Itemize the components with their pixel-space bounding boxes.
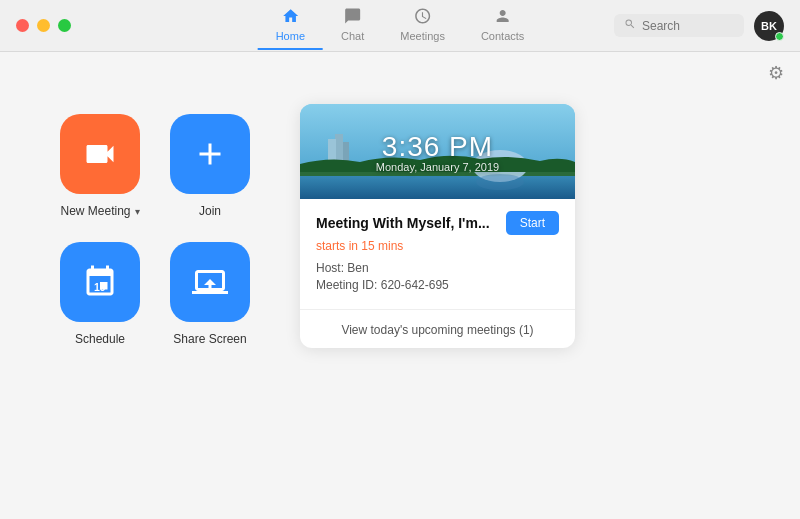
tab-chat[interactable]: Chat [323,1,382,50]
search-input[interactable] [642,19,732,33]
window-controls [16,19,71,32]
search-icon [624,18,636,33]
meeting-info: Meeting With Myself, I'm... Start starts… [300,199,575,309]
settings-area: ⚙ [0,52,800,84]
main-content: New Meeting ▾ Join 19 [0,84,800,368]
join-label: Join [199,204,221,218]
time-display: 3:36 PM Monday, January 7, 2019 [376,131,499,173]
maximize-button[interactable] [58,19,71,32]
share-screen-button[interactable] [170,242,250,322]
tab-home[interactable]: Home [258,1,323,50]
action-grid: New Meeting ▾ Join 19 [60,94,250,346]
avatar-initials: BK [761,20,777,32]
close-button[interactable] [16,19,29,32]
meetings-icon [414,7,432,28]
svg-text:19: 19 [94,281,106,293]
view-meetings-link[interactable]: View today's upcoming meetings (1) [341,323,533,337]
meeting-host: Host: Ben [316,261,559,275]
svg-point-9 [476,174,524,190]
meeting-id: Meeting ID: 620-642-695 [316,278,559,292]
new-meeting-item[interactable]: New Meeting ▾ [60,114,140,218]
meeting-title-row: Meeting With Myself, I'm... Start [316,211,559,235]
meeting-card: 3:36 PM Monday, January 7, 2019 Meeting … [300,104,575,348]
online-indicator [775,32,784,41]
tab-contacts[interactable]: Contacts [463,1,542,50]
share-screen-label: Share Screen [173,332,246,346]
nav-tabs: Home Chat Meetings Cont [258,1,543,50]
share-screen-item[interactable]: Share Screen [170,242,250,346]
search-box[interactable] [614,14,744,37]
tab-home-label: Home [276,30,305,42]
meeting-image: 3:36 PM Monday, January 7, 2019 [300,104,575,199]
tab-meetings[interactable]: Meetings [382,1,463,50]
meeting-title: Meeting With Myself, I'm... [316,215,490,231]
svg-rect-2 [300,172,575,199]
join-button[interactable] [170,114,250,194]
minimize-button[interactable] [37,19,50,32]
tab-chat-label: Chat [341,30,364,42]
clock-time: 3:36 PM [376,131,499,163]
schedule-button[interactable]: 19 [60,242,140,322]
tab-contacts-label: Contacts [481,30,524,42]
avatar[interactable]: BK [754,11,784,41]
tab-meetings-label: Meetings [400,30,445,42]
chat-icon [344,7,362,28]
titlebar: Home Chat Meetings Cont [0,0,800,52]
join-item[interactable]: Join [170,114,250,218]
start-button[interactable]: Start [506,211,559,235]
new-meeting-button[interactable] [60,114,140,194]
schedule-label: Schedule [75,332,125,346]
schedule-item[interactable]: 19 Schedule [60,242,140,346]
clock-date: Monday, January 7, 2019 [376,161,499,173]
contacts-icon [494,7,512,28]
dropdown-arrow: ▾ [135,206,140,217]
nav-right: BK [614,11,784,41]
meeting-card-footer: View today's upcoming meetings (1) [300,309,575,348]
new-meeting-label: New Meeting ▾ [60,204,139,218]
home-icon [281,7,299,28]
meeting-starts-text: starts in 15 mins [316,239,559,253]
settings-icon[interactable]: ⚙ [768,62,784,84]
